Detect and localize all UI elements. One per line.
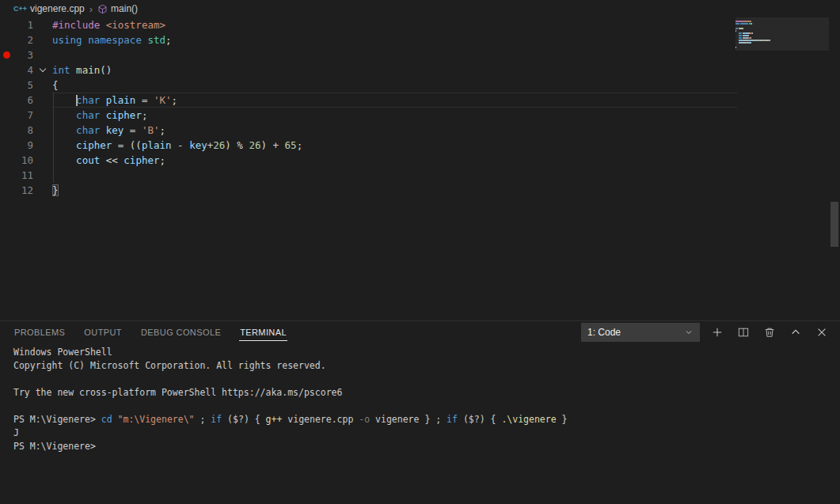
code-line-content[interactable]: char plain = 'K'; <box>52 93 737 108</box>
breadcrumb-separator: › <box>89 3 93 15</box>
split-terminal-button[interactable] <box>735 324 752 341</box>
code-line[interactable]: 12} <box>0 183 840 198</box>
code-line-content[interactable] <box>52 168 737 183</box>
breadcrumb-symbol[interactable]: main() <box>97 3 138 14</box>
terminal-selector-value: 1: Code <box>587 327 621 338</box>
code-line[interactable]: 11 <box>0 168 840 183</box>
code-line[interactable]: 5{ <box>0 78 840 93</box>
terminal-output[interactable]: Windows PowerShellCopyright (C) Microsof… <box>0 343 840 453</box>
cpp-file-icon: C++ <box>13 5 27 13</box>
line-number[interactable]: 10 <box>0 153 33 168</box>
chevron-up-icon <box>790 327 801 338</box>
code-line-content[interactable]: cout << cipher; <box>52 153 737 168</box>
bottom-panel: PROBLEMSOUTPUTDEBUG CONSOLETERMINAL 1: C… <box>0 320 840 504</box>
trash-icon <box>764 327 775 338</box>
code-line-content[interactable]: char key = 'B'; <box>52 123 737 138</box>
fold-gutter <box>33 138 52 153</box>
line-number[interactable]: 6 <box>0 93 33 108</box>
maximize-panel-button[interactable] <box>787 324 804 341</box>
terminal-line <box>13 373 840 386</box>
fold-chevron-icon[interactable] <box>33 63 52 78</box>
split-terminal-icon <box>738 327 749 338</box>
fold-gutter <box>33 108 52 123</box>
code-line-content[interactable]: } <box>52 183 737 198</box>
code-line[interactable]: 9 cipher = ((plain - key+26) % 26) + 65; <box>0 138 840 153</box>
code-line[interactable]: 8 char key = 'B'; <box>0 123 840 138</box>
code-line-content[interactable]: char cipher; <box>52 108 737 123</box>
panel-header: PROBLEMSOUTPUTDEBUG CONSOLETERMINAL 1: C… <box>0 321 840 343</box>
close-icon <box>816 327 827 338</box>
panel-tab-debug-console[interactable]: DEBUG CONSOLE <box>140 323 222 341</box>
code-line[interactable]: 1#include <iostream> <box>0 17 840 32</box>
editor-scrollbar-thumb[interactable] <box>830 202 838 247</box>
line-number[interactable]: 12 <box>0 183 33 198</box>
close-panel-button[interactable] <box>813 324 830 341</box>
terminal-line: PS M:\Vigenere> cd "m:\Vigenere\" ; if (… <box>13 413 840 426</box>
panel-tabs: PROBLEMSOUTPUTDEBUG CONSOLETERMINAL <box>13 323 287 341</box>
line-number[interactable]: 4 <box>0 63 33 78</box>
chevron-down-icon <box>40 65 46 71</box>
breadcrumb: C++ vigenere.cpp › main() <box>0 0 840 17</box>
line-number[interactable]: 9 <box>0 138 33 153</box>
code-editor[interactable]: 1#include <iostream>2using namespace std… <box>0 17 840 320</box>
fold-gutter <box>33 183 52 198</box>
code-line[interactable]: 3 <box>0 47 840 63</box>
fold-gutter <box>33 168 52 183</box>
fold-gutter <box>33 78 52 93</box>
fold-gutter <box>33 32 52 47</box>
code-line-content[interactable]: int main() <box>52 63 737 78</box>
panel-actions: 1: Code <box>581 323 830 342</box>
code-line-content[interactable]: using namespace std; <box>52 32 737 47</box>
terminal-line: PS M:\Vigenere> <box>13 440 840 453</box>
terminal-line: Copyright (C) Microsoft Corporation. All… <box>13 359 840 373</box>
terminal-line <box>13 400 840 413</box>
fold-gutter <box>33 47 52 63</box>
code-line[interactable]: 6 char plain = 'K'; <box>0 93 840 108</box>
code-line[interactable]: 4int main() <box>0 63 840 78</box>
code-line-content[interactable] <box>52 47 737 63</box>
symbol-method-icon <box>97 4 108 14</box>
code-line-content[interactable]: #include <iostream> <box>52 17 737 32</box>
panel-tab-output[interactable]: OUTPUT <box>83 323 123 341</box>
fold-gutter <box>33 17 52 32</box>
breadcrumb-file-label: vigenere.cpp <box>30 3 85 14</box>
line-number[interactable]: 11 <box>0 168 33 183</box>
indent-guide <box>53 93 54 183</box>
terminal-line: Windows PowerShell <box>13 346 840 359</box>
line-number[interactable]: 8 <box>0 123 33 138</box>
text-cursor <box>76 95 78 106</box>
line-number[interactable]: 3 <box>0 47 33 63</box>
editor-lines: 1#include <iostream>2using namespace std… <box>0 17 840 198</box>
code-line-content[interactable]: { <box>52 78 737 93</box>
breakpoint-dot[interactable] <box>3 51 10 59</box>
code-line-content[interactable]: cipher = ((plain - key+26) % 26) + 65; <box>52 138 737 153</box>
new-terminal-button[interactable] <box>709 324 726 341</box>
line-number[interactable]: 2 <box>0 32 33 47</box>
terminal-selector-dropdown[interactable]: 1: Code <box>581 323 700 342</box>
terminal-line: Try the new cross-platform PowerShell ht… <box>13 386 840 400</box>
line-number[interactable]: 1 <box>0 17 33 32</box>
panel-tab-problems[interactable]: PROBLEMS <box>13 323 66 341</box>
plus-icon <box>712 327 723 338</box>
breadcrumb-file[interactable]: C++ vigenere.cpp <box>13 3 85 14</box>
fold-gutter <box>33 93 52 108</box>
code-line[interactable]: 2using namespace std; <box>0 32 840 47</box>
breadcrumb-symbol-label: main() <box>111 3 138 14</box>
dropdown-chevron-icon <box>684 328 694 337</box>
code-line[interactable]: 10 cout << cipher; <box>0 153 840 168</box>
minimap-line <box>735 46 827 48</box>
line-number[interactable]: 7 <box>0 108 33 123</box>
panel-tab-terminal[interactable]: TERMINAL <box>239 323 287 341</box>
line-number[interactable]: 5 <box>0 78 33 93</box>
kill-terminal-button[interactable] <box>761 324 778 341</box>
terminal-line: J <box>13 426 840 440</box>
code-line[interactable]: 7 char cipher; <box>0 108 840 123</box>
minimap[interactable] <box>735 20 827 48</box>
fold-gutter <box>33 123 52 138</box>
fold-gutter <box>33 153 52 168</box>
